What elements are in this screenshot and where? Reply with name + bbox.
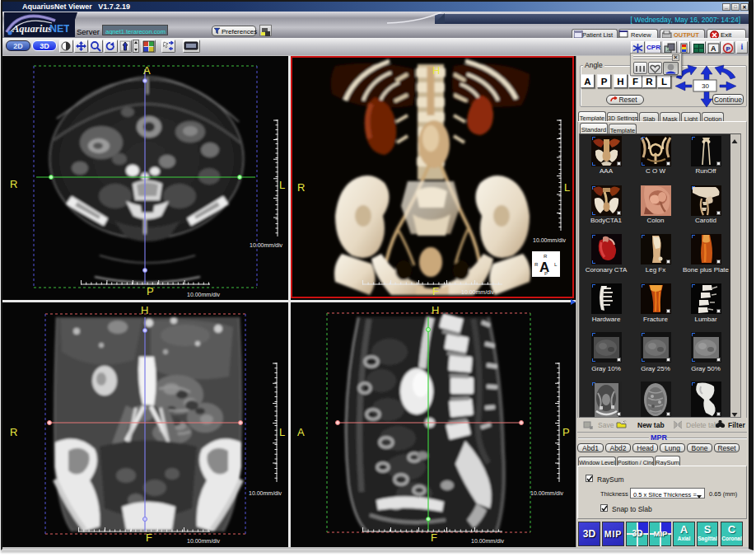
svg-text:P: P [147,285,154,297]
svg-text:Aquarius: Aquarius [12,23,52,35]
svg-text:F: F [146,531,152,544]
svg-text:NET: NET [49,23,70,35]
svg-text:10.00mm/div: 10.00mm/div [250,242,283,248]
svg-text:R: R [544,254,548,259]
svg-text:P: P [544,271,548,276]
svg-text:A: A [297,426,305,438]
svg-text:A: A [711,44,716,53]
svg-text:R: R [10,426,17,438]
svg-text:R: R [534,262,539,267]
svg-text:10.00mm/div: 10.00mm/div [249,490,282,496]
svg-text:L: L [564,181,570,194]
svg-text:H: H [141,304,148,316]
svg-text:R: R [10,178,17,190]
svg-text:30: 30 [702,82,709,90]
svg-text:H: H [432,64,440,77]
svg-text:10.00mm/div: 10.00mm/div [533,237,567,243]
svg-text:A: A [143,64,151,77]
svg-text:P: P [726,45,731,53]
svg-text:10.00mm/div: 10.00mm/div [187,292,221,297]
svg-text:P: P [562,426,570,438]
svg-text:10.00mm/div: 10.00mm/div [187,538,221,544]
svg-text:F: F [431,531,437,544]
svg-text:H: H [432,304,439,316]
svg-text:10.00mm/div: 10.00mm/div [471,538,505,544]
svg-text:10.00mm/div: 10.00mm/div [530,490,564,496]
svg-text:R: R [297,181,305,194]
svg-text:10.00mm/div: 10.00mm/div [461,289,495,295]
svg-text:L: L [279,179,285,191]
svg-text:F: F [432,285,439,297]
svg-text:L: L [279,426,285,438]
